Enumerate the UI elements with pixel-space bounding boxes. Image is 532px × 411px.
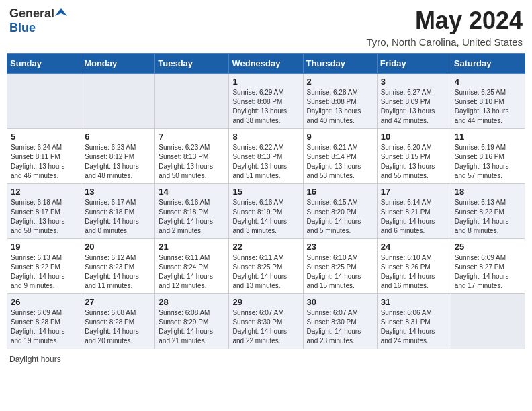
table-row (81, 74, 155, 129)
day-info: Sunrise: 6:19 AM Sunset: 8:16 PM Dayligh… (455, 143, 521, 181)
table-row: 27 Sunrise: 6:08 AM Sunset: 8:28 PM Dayl… (81, 294, 155, 349)
daylight-text: Daylight: 14 hours and 12 minutes. (159, 272, 225, 291)
table-row: 7 Sunrise: 6:23 AM Sunset: 8:13 PM Dayli… (155, 129, 229, 184)
table-row: 24 Sunrise: 6:10 AM Sunset: 8:26 PM Dayl… (377, 239, 451, 294)
sunrise-text: Sunrise: 6:16 AM (232, 198, 299, 208)
day-info: Sunrise: 6:09 AM Sunset: 8:28 PM Dayligh… (11, 308, 77, 346)
sunset-text: Sunset: 8:22 PM (455, 208, 521, 217)
table-row: 3 Sunrise: 6:27 AM Sunset: 8:09 PM Dayli… (377, 74, 451, 129)
daylight-text: Daylight: 14 hours and 2 minutes. (159, 217, 225, 236)
daylight-text: Daylight: 13 hours and 44 minutes. (455, 107, 521, 126)
day-info: Sunrise: 6:11 AM Sunset: 8:24 PM Dayligh… (159, 253, 225, 291)
logo-bird-icon (55, 7, 67, 19)
day-info: Sunrise: 6:21 AM Sunset: 8:14 PM Dayligh… (307, 143, 373, 181)
table-row: 12 Sunrise: 6:18 AM Sunset: 8:17 PM Dayl… (7, 184, 81, 239)
logo: General Blue (9, 7, 67, 35)
day-info: Sunrise: 6:18 AM Sunset: 8:17 PM Dayligh… (11, 198, 77, 236)
table-row (155, 74, 229, 129)
sunset-text: Sunset: 8:15 PM (381, 152, 447, 162)
day-number: 7 (159, 132, 225, 142)
title-section: May 2024 Tyro, North Carolina, United St… (366, 7, 523, 48)
col-wednesday: Wednesday (229, 54, 303, 74)
sunrise-text: Sunrise: 6:27 AM (381, 88, 447, 97)
day-number: 16 (307, 187, 373, 197)
sunset-text: Sunset: 8:21 PM (381, 208, 447, 217)
day-number: 31 (381, 297, 447, 307)
sunset-text: Sunset: 8:19 PM (232, 208, 299, 217)
daylight-text: Daylight: 14 hours and 24 minutes. (381, 327, 447, 346)
footer: Daylight hours (7, 355, 525, 364)
calendar-week-row: 12 Sunrise: 6:18 AM Sunset: 8:17 PM Dayl… (7, 184, 525, 239)
calendar-week-row: 5 Sunrise: 6:24 AM Sunset: 8:11 PM Dayli… (7, 129, 525, 184)
day-info: Sunrise: 6:09 AM Sunset: 8:27 PM Dayligh… (455, 253, 521, 291)
table-row: 29 Sunrise: 6:07 AM Sunset: 8:30 PM Dayl… (229, 294, 303, 349)
day-number: 3 (381, 77, 447, 87)
sunset-text: Sunset: 8:20 PM (307, 208, 373, 217)
day-number: 1 (232, 77, 299, 87)
day-number: 20 (85, 242, 151, 252)
sunrise-text: Sunrise: 6:20 AM (381, 143, 447, 152)
sunset-text: Sunset: 8:08 PM (232, 97, 299, 107)
day-info: Sunrise: 6:13 AM Sunset: 8:22 PM Dayligh… (455, 198, 521, 236)
day-number: 21 (159, 242, 225, 252)
day-info: Sunrise: 6:23 AM Sunset: 8:12 PM Dayligh… (85, 143, 151, 181)
sunrise-text: Sunrise: 6:17 AM (85, 198, 151, 208)
calendar-table: Sunday Monday Tuesday Wednesday Thursday… (7, 53, 525, 349)
logo-general-text: General (9, 7, 54, 21)
header: General Blue May 2024 Tyro, North Caroli… (7, 7, 525, 48)
sunrise-text: Sunrise: 6:16 AM (159, 198, 225, 208)
table-row: 15 Sunrise: 6:16 AM Sunset: 8:19 PM Dayl… (229, 184, 303, 239)
calendar-title: May 2024 (366, 7, 523, 35)
sunrise-text: Sunrise: 6:29 AM (232, 88, 299, 97)
sunset-text: Sunset: 8:12 PM (85, 152, 151, 162)
sunset-text: Sunset: 8:10 PM (455, 97, 521, 107)
daylight-text: Daylight: 13 hours and 48 minutes. (85, 162, 151, 181)
table-row: 17 Sunrise: 6:14 AM Sunset: 8:21 PM Dayl… (377, 184, 451, 239)
day-info: Sunrise: 6:15 AM Sunset: 8:20 PM Dayligh… (307, 198, 373, 236)
day-number: 8 (232, 132, 299, 142)
sunrise-text: Sunrise: 6:13 AM (455, 198, 521, 208)
day-info: Sunrise: 6:10 AM Sunset: 8:26 PM Dayligh… (381, 253, 447, 291)
day-info: Sunrise: 6:14 AM Sunset: 8:21 PM Dayligh… (381, 198, 447, 236)
daylight-text: Daylight: 14 hours and 0 minutes. (85, 217, 151, 236)
table-row: 9 Sunrise: 6:21 AM Sunset: 8:14 PM Dayli… (303, 129, 377, 184)
day-number: 18 (455, 187, 521, 197)
daylight-text: Daylight: 13 hours and 53 minutes. (307, 162, 373, 181)
daylight-text: Daylight: 14 hours and 13 minutes. (232, 272, 299, 291)
day-number: 25 (455, 242, 521, 252)
day-number: 2 (307, 77, 373, 87)
day-info: Sunrise: 6:10 AM Sunset: 8:25 PM Dayligh… (307, 253, 373, 291)
calendar-week-row: 26 Sunrise: 6:09 AM Sunset: 8:28 PM Dayl… (7, 294, 525, 349)
day-info: Sunrise: 6:17 AM Sunset: 8:18 PM Dayligh… (85, 198, 151, 236)
day-info: Sunrise: 6:16 AM Sunset: 8:18 PM Dayligh… (159, 198, 225, 236)
sunrise-text: Sunrise: 6:06 AM (381, 308, 447, 318)
daylight-text: Daylight: 13 hours and 55 minutes. (381, 162, 447, 181)
day-info: Sunrise: 6:08 AM Sunset: 8:29 PM Dayligh… (159, 308, 225, 346)
day-info: Sunrise: 6:08 AM Sunset: 8:28 PM Dayligh… (85, 308, 151, 346)
daylight-text: Daylight: 13 hours and 58 minutes. (11, 217, 77, 236)
sunset-text: Sunset: 8:23 PM (85, 263, 151, 272)
day-number: 30 (307, 297, 373, 307)
sunrise-text: Sunrise: 6:07 AM (232, 308, 299, 318)
col-tuesday: Tuesday (155, 54, 229, 74)
sunset-text: Sunset: 8:17 PM (11, 208, 77, 217)
daylight-text: Daylight: 14 hours and 3 minutes. (232, 217, 299, 236)
day-number: 15 (232, 187, 299, 197)
sunrise-text: Sunrise: 6:22 AM (232, 143, 299, 152)
sunset-text: Sunset: 8:18 PM (85, 208, 151, 217)
day-info: Sunrise: 6:06 AM Sunset: 8:31 PM Dayligh… (381, 308, 447, 346)
table-row: 21 Sunrise: 6:11 AM Sunset: 8:24 PM Dayl… (155, 239, 229, 294)
sunrise-text: Sunrise: 6:15 AM (307, 198, 373, 208)
sunrise-text: Sunrise: 6:14 AM (381, 198, 447, 208)
day-info: Sunrise: 6:23 AM Sunset: 8:13 PM Dayligh… (159, 143, 225, 181)
sunset-text: Sunset: 8:16 PM (455, 152, 521, 162)
sunset-text: Sunset: 8:08 PM (307, 97, 373, 107)
sunset-text: Sunset: 8:24 PM (159, 263, 225, 272)
sunrise-text: Sunrise: 6:23 AM (159, 143, 225, 152)
daylight-text: Daylight: 14 hours and 9 minutes. (11, 272, 77, 291)
sunset-text: Sunset: 8:30 PM (307, 318, 373, 327)
daylight-text: Daylight: 13 hours and 51 minutes. (232, 162, 299, 181)
day-info: Sunrise: 6:07 AM Sunset: 8:30 PM Dayligh… (307, 308, 373, 346)
day-number: 6 (85, 132, 151, 142)
table-row: 23 Sunrise: 6:10 AM Sunset: 8:25 PM Dayl… (303, 239, 377, 294)
